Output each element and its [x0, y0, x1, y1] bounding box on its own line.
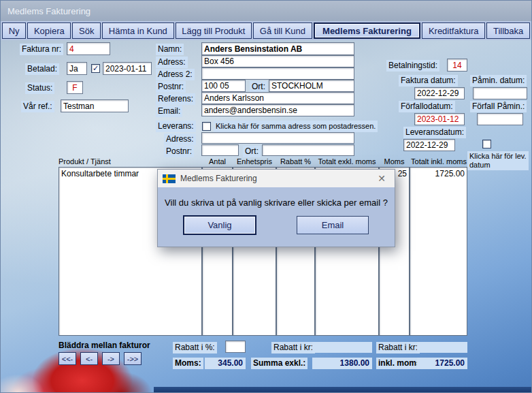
namn-label: Namn:: [156, 44, 184, 55]
window-titlebar: Medlems Fakturering: [1, 1, 531, 21]
betalningstid-label: Betalningstid:: [386, 60, 439, 72]
check-icon: ✓: [93, 64, 99, 72]
namn-field[interactable]: [201, 42, 354, 55]
ort-label: Ort:: [250, 81, 267, 93]
leverans-adress-field[interactable]: [201, 132, 354, 144]
faktura-datum-field[interactable]: [414, 87, 465, 99]
toolbar-button-sok[interactable]: Sök: [72, 22, 101, 39]
email-label: Email:: [156, 106, 182, 117]
nav-first-button[interactable]: <<-: [59, 352, 76, 365]
betalad-label: Betalad:: [25, 63, 59, 75]
leverans-postnr-label: Postnr:: [164, 146, 194, 157]
col-header-antal: Antal: [202, 157, 233, 166]
app-window: Medlems Fakturering Ny Kopiera Sök Hämta…: [0, 0, 532, 393]
adress2-field[interactable]: [201, 67, 354, 80]
faktura-datum-label: Faktura datum:: [399, 75, 458, 87]
leverans-label: Leverans:: [156, 121, 196, 132]
same-address-checkbox[interactable]: [202, 122, 211, 131]
browse-caption: Bläddra mellan fakturor: [59, 341, 150, 350]
toolbar-button-ny[interactable]: Ny: [2, 22, 26, 39]
close-icon[interactable]: ✕: [371, 171, 392, 186]
postnr-label: Postnr:: [156, 81, 186, 93]
leveransdatum-field[interactable]: [403, 139, 455, 151]
list-totalt-inkl[interactable]: 1725.00: [410, 167, 467, 336]
col-header-totalt-exkl: Totalt exkl. moms: [315, 157, 379, 166]
print-dialog-buttons: Vanlig Email: [158, 216, 395, 234]
pamin-datum-field[interactable]: [473, 87, 527, 99]
leveransdatum-label: Leveransdatum:: [403, 127, 466, 138]
leverans-ort-field[interactable]: [262, 144, 354, 156]
betalad-checkbox[interactable]: ✓: [91, 64, 100, 73]
toolbar-button-tillbaka[interactable]: Tillbaka: [486, 22, 530, 39]
faktura-nr-field[interactable]: [67, 42, 110, 55]
toolbar-button-ga-till-kund[interactable]: Gå till Kund: [253, 22, 312, 39]
var-ref-label: Vår ref.:: [21, 101, 54, 112]
faktura-nr-label: Faktura nr:: [20, 44, 63, 55]
email-field[interactable]: [201, 104, 354, 116]
toolbar-button-lagg-till-produkt[interactable]: Lägg till Produkt: [176, 22, 252, 39]
col-header-rabatt-pct: Rabatt %: [276, 157, 315, 166]
toolbar-button-hamta-in-kund[interactable]: Hämta in Kund: [102, 22, 173, 39]
adress-label: Adress:: [156, 57, 188, 68]
toolbar-button-medlems-fakturering[interactable]: Medlems Fakturering: [314, 22, 421, 39]
rabatt-kr-label-1: Rabatt i kr:: [271, 342, 315, 353]
forfallodatum-field[interactable]: [414, 113, 465, 125]
rabatt-kr-value-1: [312, 342, 372, 353]
bottom-dark-strip: [154, 387, 532, 393]
adress-field[interactable]: [201, 55, 354, 67]
referens-label: Referens:: [156, 93, 195, 105]
print-dialog-titlebar: Medlems Fakturering ✕: [158, 170, 395, 187]
leverans-adress-label: Adress:: [164, 133, 196, 145]
betalningstid-field[interactable]: [447, 59, 467, 72]
forfallodatum-label: Förfallodatum:: [399, 101, 455, 112]
rabatt-kr-value-2: [417, 342, 467, 353]
adress2-label: Adress 2:: [156, 69, 195, 80]
moms-label: Moms:: [173, 358, 203, 369]
betalad-field[interactable]: [67, 62, 87, 75]
rabatt-pct-label: Rabatt i %:: [173, 342, 217, 353]
status-label: Status:: [25, 82, 54, 94]
invoice-nav: <<- <- -> ->>: [59, 352, 142, 365]
nav-next-button[interactable]: ->: [102, 352, 120, 365]
rabatt-kr-label-2: Rabatt i kr:: [376, 342, 420, 353]
print-dialog-title: Medlems Fakturering: [180, 174, 371, 183]
leverans-postnr-field[interactable]: [201, 144, 239, 156]
postnr-field[interactable]: [201, 80, 246, 92]
swedish-flag-icon: [163, 174, 176, 183]
lev-datum-checkbox[interactable]: [482, 140, 491, 148]
col-header-totalt-inkl: Totalt inkl. moms: [410, 157, 468, 166]
lev-datum-note: Klicka här för lev. datum: [467, 151, 529, 170]
vanlig-button[interactable]: Vanlig: [184, 216, 256, 234]
toolbar-button-kreditfaktura[interactable]: Kreditfaktura: [422, 22, 485, 39]
var-ref-field[interactable]: [61, 99, 129, 112]
email-button[interactable]: Email: [297, 216, 369, 234]
nav-last-button[interactable]: ->>: [124, 352, 142, 365]
cell-totalt-inkl[interactable]: 1725.00: [410, 168, 467, 180]
moms-value: 345.00: [205, 358, 246, 369]
toolbar-button-kopiera[interactable]: Kopiera: [27, 22, 71, 39]
referens-field[interactable]: [201, 92, 354, 104]
betalad-date-field[interactable]: [103, 62, 152, 75]
forfall-pamin-label: Förfall Påmin.:: [470, 101, 527, 112]
col-header-produkt: Produkt / Tjänst: [59, 157, 111, 166]
window-title: Medlems Fakturering: [1, 6, 90, 16]
col-header-enhetspris: Enhetspris: [233, 157, 276, 166]
pamin-datum-label: Påmin. datum:: [470, 75, 527, 87]
rabatt-pct-field[interactable]: [225, 341, 246, 353]
forfall-pamin-field[interactable]: [477, 113, 523, 125]
col-header-moms: Moms: [379, 157, 410, 166]
ort-field[interactable]: [269, 80, 354, 92]
nav-prev-button[interactable]: <-: [80, 352, 98, 365]
print-dialog-message: Vill du skriva ut på vanlig skrivare ell…: [158, 198, 395, 208]
status-field[interactable]: [67, 81, 83, 94]
inkl-moms-value: 1725.00: [417, 358, 467, 369]
toolbar: Ny Kopiera Sök Hämta in Kund Lägg till P…: [1, 21, 531, 40]
print-dialog: Medlems Fakturering ✕ Vill du skriva ut …: [157, 169, 395, 247]
summa-exkl-value: 1380.00: [312, 358, 372, 369]
same-address-note: Klicka här för samma adress som postadre…: [214, 121, 378, 132]
summa-exkl-label: Summa exkl.:: [251, 358, 307, 369]
leverans-ort-label: Ort:: [243, 146, 261, 157]
